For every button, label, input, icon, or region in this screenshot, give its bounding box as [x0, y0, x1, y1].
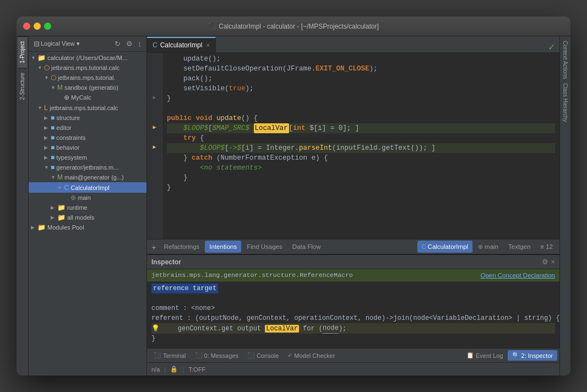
- inspector-concept-bar: jetbrains.mps.lang.generator.structure.R…: [147, 269, 559, 281]
- tree-item-structure[interactable]: ▶ ■ structure: [29, 113, 146, 123]
- logical-view-label[interactable]: Logical View ▾: [41, 40, 80, 47]
- sync-icon[interactable]: ↻: [113, 39, 122, 49]
- context-actions-label[interactable]: Context Actions: [561, 39, 569, 81]
- tab-terminal[interactable]: ⬛ Terminal: [149, 350, 191, 361]
- code-editor[interactable]: update(); setDefaultCloseOperation(JFram…: [162, 53, 559, 239]
- tab-find-usages[interactable]: Find Usages: [242, 241, 287, 253]
- tree-item-module-s[interactable]: ▼ ⬡ jetbrains.mps.tutorial.calc: [29, 63, 146, 73]
- tree-item-module-l[interactable]: ▼ L jetbrains.mps.tutorial.calc: [29, 102, 146, 113]
- tab-intentions[interactable]: Intentions: [205, 241, 241, 253]
- bottom-tab-calculatorimpl-label: CalculatorImpl: [428, 243, 469, 250]
- tree-arrow: ▼: [37, 65, 43, 70]
- tree-item-mycalc[interactable]: ▶ ⊕ MyCalc: [29, 92, 146, 102]
- code-line-7: public void update() {: [167, 113, 555, 123]
- bottom-tab-main[interactable]: ⊕ main: [474, 241, 503, 253]
- inspector-close-icon[interactable]: ×: [551, 258, 555, 266]
- tree-arrow: ▼: [44, 75, 50, 80]
- tree-label: runtime: [67, 204, 88, 211]
- bottom-tab-calculatorimpl[interactable]: C CalculatorImpl: [417, 241, 472, 253]
- main-window: ⬛ CalculatorImpl - calculator - [~/MPSPr…: [17, 17, 570, 375]
- add-tab-button[interactable]: +: [149, 242, 159, 252]
- tab-label: CalculatorImpl: [160, 41, 203, 49]
- gutter-1: [147, 53, 162, 63]
- tree-label: calculator (/Users/Oscar/M...: [47, 55, 128, 61]
- tree-item-calculatorimpl[interactable]: ▼ C CalculatorImpl: [29, 182, 146, 193]
- folder-g-icon: ■: [51, 164, 55, 171]
- inspector-panel: Inspector ⚙ × jetbrains.mps.lang.generat…: [147, 254, 559, 348]
- inspector-title: Inspector: [151, 258, 181, 266]
- status-na: n/a: [151, 366, 160, 373]
- context-sidebar: Context Actions Class Hierarchy: [559, 36, 570, 375]
- tree-item-calculator[interactable]: ▼ 📁 calculator (/Users/Oscar/M...: [29, 53, 146, 63]
- checker-icon: ✓: [287, 352, 292, 359]
- tree-item-main-method[interactable]: ▶ ⊕ main: [29, 193, 146, 203]
- tree-item-tutorial[interactable]: ▼ ⬡ jetbrains.mps.tutorial.: [29, 73, 146, 83]
- editor-tab-calculatorimpl[interactable]: C CalculatorImpl ×: [147, 37, 216, 52]
- tab-messages-label: 0: Messages: [204, 352, 238, 359]
- tree-item-modules-pool[interactable]: ▶ 📁 Modules Pool: [29, 222, 146, 232]
- inspector-code[interactable]: reference target comment : <none> refere…: [147, 281, 559, 348]
- tree-arrow: ▶: [44, 125, 50, 130]
- tab-close-icon[interactable]: ×: [206, 42, 209, 48]
- tree-item-typesystem[interactable]: ▶ ■ typesystem: [29, 153, 146, 162]
- status-bar: n/a | 🔒 | T:OFF: [147, 362, 559, 375]
- tab-console[interactable]: ⬛ Console: [243, 350, 283, 361]
- tree-item-generator[interactable]: ▼ ■ generator/jetbrains.m...: [29, 162, 146, 172]
- tree-item-behavior[interactable]: ▶ ■ behavior: [29, 143, 146, 153]
- gutter-12: [147, 162, 162, 172]
- tab-inspector-bottom[interactable]: 🔍 2: Inspector: [508, 350, 557, 361]
- minimize-button[interactable]: [34, 23, 41, 30]
- gutter-14: [147, 182, 162, 192]
- right-panel: C CalculatorImpl × ✓ ▶ ▶: [147, 36, 559, 375]
- tree-arrow: ▼: [44, 165, 50, 170]
- gutter: ▶ ▶ ▶: [147, 53, 162, 239]
- bottom-tab-main-label: main: [485, 243, 498, 250]
- logical-view-dropdown[interactable]: ⊟ Logical View ▾: [32, 39, 81, 49]
- tree-item-all-models[interactable]: ▶ 📁 all models: [29, 213, 146, 222]
- tree-arrow: ▶: [51, 205, 56, 210]
- class-hierarchy-label[interactable]: Class Hierarchy: [561, 81, 569, 124]
- tree-item-main-generator[interactable]: ▼ M main@generator (g...): [29, 172, 146, 182]
- maximize-button[interactable]: [44, 23, 51, 30]
- inspector-close-brace: }: [151, 334, 155, 344]
- tree-item-constraints[interactable]: ▶ ■ constraints: [29, 133, 146, 143]
- code-line-10: $LOOP$[->$[i] = Integer.parseInt(inputFi…: [167, 143, 555, 153]
- status-toff: T:OFF: [189, 366, 206, 373]
- bottom-tab-textgen[interactable]: Textgen: [504, 241, 535, 253]
- sidebar-tab-structure[interactable]: 2-Structure: [18, 68, 27, 104]
- tab-event-log[interactable]: 📋 Event Log: [462, 350, 508, 361]
- tree-item-sandbox[interactable]: ▼ M sandbox (generatio): [29, 83, 146, 92]
- code-line-5: }: [167, 94, 555, 104]
- titlebar: ⬛ CalculatorImpl - calculator - [~/MPSPr…: [17, 17, 570, 36]
- tab-data-flow[interactable]: Data Flow: [288, 241, 325, 253]
- settings-icon[interactable]: ⚙: [124, 39, 134, 49]
- project-tree: ▼ 📁 calculator (/Users/Oscar/M... ▼ ⬡ je…: [29, 52, 146, 375]
- tree-arrow: ▶: [31, 225, 36, 230]
- close-button[interactable]: [23, 23, 30, 30]
- tab-refactorings[interactable]: Refactorings: [160, 241, 204, 253]
- tree-arrow: ▶: [44, 135, 50, 140]
- tree-item-runtime[interactable]: ▶ 📁 runtime: [29, 203, 146, 213]
- gutter-2: [147, 63, 162, 73]
- code-line-12: <no statements>: [167, 163, 555, 173]
- tab-model-checker[interactable]: ✓ Model Checker: [283, 350, 339, 361]
- tree-label: CalculatorImpl: [70, 184, 109, 191]
- code-line-11: } catch (NumberFormatException e) {: [167, 153, 555, 163]
- code-line-8: $LOOP$[$MAP_SRC$ LocalVar[int $[i] = 0];…: [167, 123, 555, 133]
- tree-label: structure: [56, 115, 80, 121]
- tree-item-editor[interactable]: ▶ ■ editor: [29, 123, 146, 133]
- inspector-settings-icon[interactable]: ⚙: [542, 258, 548, 266]
- inspector-line-referent: referent : (outputNode, genContext, oper…: [151, 313, 555, 323]
- tab-console-label: Console: [257, 352, 279, 359]
- tree-arrow: ▶: [44, 155, 50, 160]
- tab-refactorings-label: Refactorings: [164, 243, 200, 250]
- tab-messages[interactable]: ⬛ 0: Messages: [191, 350, 243, 361]
- bottom-tab-count[interactable]: ≡ 12: [536, 241, 557, 253]
- module-icon: ⬡: [51, 74, 56, 81]
- sidebar-tab-project[interactable]: 1-Project: [18, 36, 27, 68]
- tree-arrow: ▼: [37, 105, 43, 111]
- tree-label: sandbox (generatio): [64, 84, 118, 91]
- sort-icon[interactable]: ↕: [137, 39, 144, 49]
- inspector-concept-link[interactable]: Open Concept Declaration: [480, 272, 555, 279]
- tree-label: Modules Pool: [47, 224, 84, 231]
